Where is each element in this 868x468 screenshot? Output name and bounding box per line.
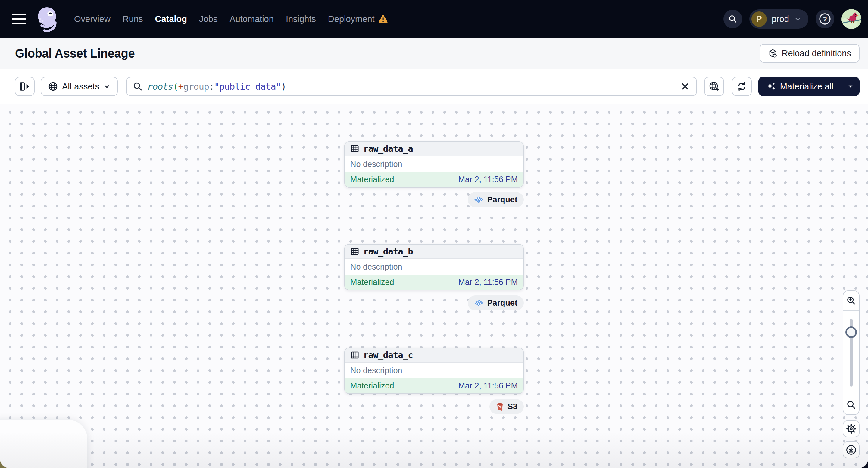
zoom-slider-handle[interactable] — [845, 326, 857, 338]
asset-status: Materialized — [350, 175, 394, 184]
refresh-icon — [736, 81, 747, 92]
asset-node-raw-data-c[interactable]: raw_data_c No description Materialized M… — [344, 347, 524, 394]
help-icon: ? — [818, 13, 831, 25]
warning-icon — [378, 14, 388, 24]
query-token-attr: group — [183, 81, 209, 92]
navbar-right-cluster: P prod ? — [723, 9, 861, 29]
dagster-app-window: Overview Runs Catalog Jobs Automation In… — [0, 0, 868, 468]
globe-plus-icon — [709, 81, 719, 92]
search-button[interactable] — [723, 10, 742, 28]
query-token-plus: + — [178, 81, 183, 92]
parquet-icon — [474, 196, 484, 203]
asset-selection-input[interactable]: roots(+group:"public_data") — [126, 77, 697, 96]
asset-name: raw_data_a — [363, 144, 413, 154]
asset-node-raw-data-b[interactable]: raw_data_b No description Materialized M… — [344, 244, 524, 290]
asset-status: Materialized — [350, 278, 394, 287]
chevron-down-icon — [794, 15, 802, 23]
asset-tag-label: Parquet — [487, 195, 518, 205]
asset-tag-parquet[interactable]: Parquet — [468, 295, 524, 311]
sparkles-icon — [766, 81, 776, 92]
dagster-logo[interactable] — [34, 5, 61, 33]
asset-name: raw_data_c — [363, 350, 413, 360]
refresh-button[interactable] — [732, 77, 752, 96]
s3-icon — [496, 402, 504, 411]
query-token-colon: : — [209, 81, 214, 92]
menu-icon[interactable] — [12, 13, 26, 24]
asset-tag-label: Parquet — [487, 299, 518, 308]
open-left-panel-button[interactable] — [15, 77, 35, 96]
asset-selection-query: roots(+group:"public_data") — [147, 81, 286, 92]
nav-links: Overview Runs Catalog Jobs Automation In… — [74, 14, 388, 24]
asset-description: No description — [350, 366, 402, 375]
materialize-options-button[interactable] — [841, 77, 860, 96]
lineage-toolbar: All assets roots(+group:"public_data") — [0, 69, 868, 104]
table-asset-icon — [350, 144, 359, 153]
asset-node-body: No description — [345, 259, 523, 275]
zoom-controls — [843, 290, 860, 415]
asset-status-timestamp[interactable]: Mar 2, 11:56 PM — [458, 278, 518, 287]
user-avatar[interactable] — [841, 9, 861, 29]
asset-node-raw-data-a[interactable]: raw_data_a No description Materialized M… — [344, 141, 524, 188]
query-token-fn: roots — [147, 81, 173, 92]
asset-node-header: raw_data_a — [345, 142, 523, 156]
page-title: Global Asset Lineage — [15, 47, 135, 60]
close-icon — [680, 81, 690, 92]
search-icon — [133, 82, 143, 91]
asset-status-timestamp[interactable]: Mar 2, 11:56 PM — [458, 175, 518, 184]
reload-definitions-button[interactable]: Reload definitions — [760, 44, 860, 63]
asset-node-footer: Materialized Mar 2, 11:56 PM — [345, 172, 523, 187]
asset-tag-label: S3 — [507, 402, 518, 411]
graph-settings-button[interactable] — [843, 420, 860, 437]
top-navbar: Overview Runs Catalog Jobs Automation In… — [0, 0, 868, 38]
asset-node-body: No description — [345, 363, 523, 378]
asset-name: raw_data_b — [363, 246, 413, 257]
nav-item-deployment[interactable]: Deployment — [328, 14, 375, 24]
nav-item-catalog[interactable]: Catalog — [155, 14, 187, 24]
query-token-paren-close: ) — [281, 81, 286, 92]
asset-description: No description — [350, 160, 402, 169]
lineage-graph-canvas[interactable]: raw_data_a No description Materialized M… — [0, 104, 868, 468]
nav-item-runs[interactable]: Runs — [123, 14, 143, 24]
query-token-paren-open: ( — [173, 81, 178, 92]
table-asset-icon — [350, 350, 359, 360]
caret-down-icon — [847, 83, 855, 90]
clear-search-button[interactable] — [680, 81, 690, 92]
asset-node-body: No description — [345, 156, 523, 172]
asset-node-footer: Materialized Mar 2, 11:56 PM — [345, 275, 523, 290]
asset-tag-parquet[interactable]: Parquet — [468, 192, 524, 207]
search-icon — [728, 14, 737, 24]
zoom-out-icon — [846, 400, 856, 410]
download-graph-button[interactable] — [843, 441, 860, 458]
asset-tag-s3[interactable]: S3 — [489, 399, 524, 414]
environment-label: prod — [772, 14, 789, 24]
materialize-all-button[interactable]: Materialize all — [758, 77, 841, 96]
cardinal-bird-avatar — [841, 9, 861, 29]
nav-item-overview[interactable]: Overview — [74, 14, 111, 24]
asset-status-timestamp[interactable]: Mar 2, 11:56 PM — [458, 381, 518, 391]
reload-definitions-label: Reload definitions — [781, 49, 851, 58]
asset-description: No description — [350, 262, 402, 272]
page-header: Global Asset Lineage Reload definitions — [0, 38, 868, 69]
minimap-panel — [0, 420, 87, 468]
svg-text:?: ? — [823, 15, 827, 23]
create-catalog-view-button[interactable] — [704, 77, 724, 96]
nav-item-jobs[interactable]: Jobs — [199, 14, 217, 24]
environment-switcher[interactable]: P prod — [749, 9, 808, 29]
asset-status: Materialized — [350, 381, 394, 391]
panel-toggle-icon — [20, 82, 30, 91]
reload-cube-icon — [768, 49, 778, 58]
nav-item-automation[interactable]: Automation — [229, 14, 274, 24]
download-icon — [846, 444, 857, 455]
asset-scope-dropdown[interactable]: All assets — [41, 77, 118, 96]
zoom-in-icon — [846, 296, 856, 305]
nav-item-insights[interactable]: Insights — [286, 14, 316, 24]
materialize-all-split-button: Materialize all — [758, 77, 860, 96]
chevron-down-icon — [103, 83, 111, 90]
zoom-out-button[interactable] — [843, 395, 859, 414]
asset-scope-label: All assets — [62, 82, 99, 92]
help-button[interactable]: ? — [815, 10, 834, 28]
materialize-all-label: Materialize all — [780, 82, 833, 92]
gear-icon — [846, 424, 856, 434]
zoom-in-button[interactable] — [843, 291, 859, 310]
zoom-slider[interactable] — [843, 310, 859, 395]
